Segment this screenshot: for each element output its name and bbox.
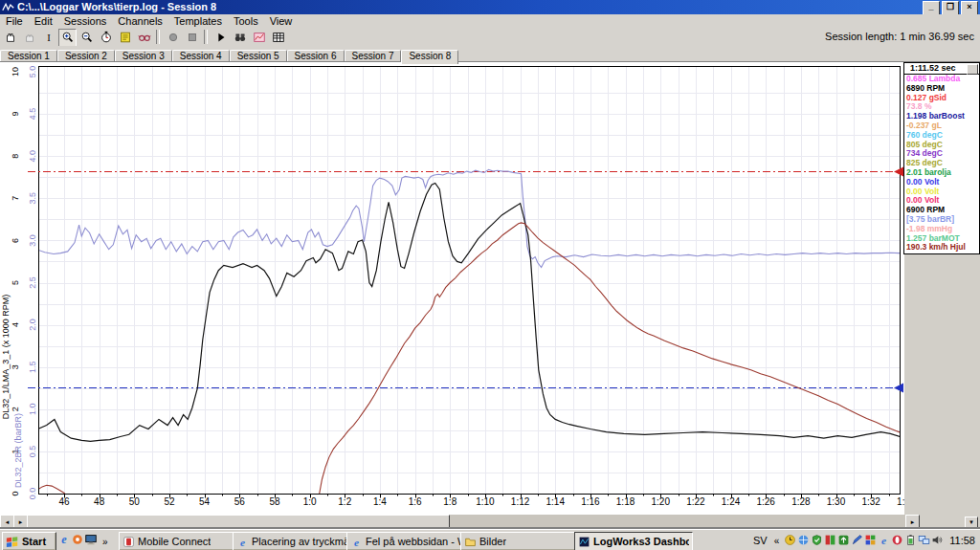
- svg-text:9: 9: [11, 112, 20, 117]
- svg-text:1:30: 1:30: [827, 496, 846, 507]
- windows-flag-icon: [6, 535, 19, 548]
- svg-text:4.0: 4.0: [28, 150, 37, 163]
- svg-text:1:34: 1:34: [897, 496, 904, 507]
- ibeam-cursor-tool: I: [42, 31, 56, 44]
- update-arrow-tray-icon: [837, 534, 850, 546]
- pan-hand-tool[interactable]: [1, 29, 19, 47]
- mobile-connect-icon: [122, 536, 135, 548]
- svg-text:2.5: 2.5: [28, 276, 37, 289]
- svg-text:1.5: 1.5: [28, 361, 37, 373]
- chart-view-button[interactable]: [250, 29, 268, 47]
- grab-hand-tool: [23, 31, 36, 44]
- toolbar-separator: [156, 30, 160, 44]
- ie-tray-icon[interactable]: e: [878, 534, 890, 546]
- svg-text:e: e: [61, 533, 67, 546]
- close-button[interactable]: ×: [961, 1, 978, 15]
- zoom-in-tool[interactable]: [58, 29, 77, 47]
- menu-edit[interactable]: Edit: [29, 14, 58, 28]
- pen-tray-icon[interactable]: [851, 534, 863, 546]
- ibeam-cursor-tool[interactable]: I: [39, 29, 57, 47]
- svg-text:I: I: [47, 33, 51, 43]
- network-tray-icon[interactable]: [918, 534, 930, 546]
- note-tool[interactable]: [116, 29, 134, 47]
- horizontal-scrollbar[interactable]: ◂ ▸ ▸: [0, 515, 919, 530]
- battery-tray-icon[interactable]: [904, 534, 917, 546]
- task-bilder[interactable]: Bilder: [460, 532, 579, 550]
- ie-page-icon: e: [350, 536, 363, 548]
- menu-channels[interactable]: Channels: [112, 14, 167, 28]
- media-player-quicklaunch-icon: [71, 533, 84, 546]
- zoom-out-tool[interactable]: [78, 29, 96, 47]
- menu-templates[interactable]: Templates: [168, 14, 228, 28]
- menu-bar: FileEditSessionsChannelsTemplatesToolsVi…: [0, 14, 980, 28]
- menu-file[interactable]: File: [0, 14, 29, 28]
- y-axis-secondary-title: DL32_2BR (barBR): [13, 413, 23, 488]
- svg-text:10: 10: [11, 67, 20, 77]
- svg-text:50: 50: [129, 496, 141, 507]
- volume-tray-icon[interactable]: [931, 534, 944, 546]
- task-fel-p-webbsidan-windo[interactable]: eFel på webbsidan - Windo...: [346, 532, 465, 550]
- ie-page-icon: e: [236, 536, 249, 548]
- ie-quicklaunch-icon[interactable]: e: [57, 533, 71, 549]
- menu-view[interactable]: View: [264, 14, 299, 28]
- task-placering-av-tryckm-tare[interactable]: ePlacering av tryckmätare?...: [233, 532, 351, 550]
- svg-text:4.5: 4.5: [28, 108, 37, 121]
- table-view-button[interactable]: [269, 29, 287, 47]
- ie-tray-icon: e: [878, 534, 890, 546]
- glasses-view-tool[interactable]: [135, 29, 153, 47]
- app-icon: [2, 1, 14, 13]
- svg-text:46: 46: [58, 496, 70, 507]
- tray-chevron[interactable]: «: [774, 536, 780, 546]
- volume-tray-icon: [931, 534, 944, 546]
- note-tool: [119, 31, 132, 44]
- taskbar: Start e » Mobile ConnectePlacering av tr…: [0, 529, 980, 550]
- globe-tray-icon[interactable]: [797, 534, 810, 546]
- taskbar-clock: 11:58: [949, 535, 975, 546]
- quick-launch-overflow[interactable]: »: [102, 537, 108, 547]
- folder-icon: [464, 536, 477, 548]
- svg-text:8: 8: [11, 154, 20, 159]
- panel-grip-button[interactable]: [967, 64, 978, 75]
- play-button: [214, 31, 228, 44]
- toolbar-separator: [204, 30, 208, 44]
- stop-button: [183, 29, 201, 47]
- svg-text:1:10: 1:10: [476, 496, 495, 507]
- task-mobile-connect[interactable]: Mobile Connect: [119, 532, 237, 550]
- language-indicator[interactable]: SV: [753, 535, 768, 546]
- tab-session-8[interactable]: Session 8: [401, 50, 458, 64]
- svg-text:5.0: 5.0: [28, 66, 37, 78]
- play-button[interactable]: [212, 29, 230, 47]
- task-logworks3-dashboard[interactable]: LogWorks3 Dashboard: [574, 532, 693, 550]
- messenger-tray-icon[interactable]: [864, 534, 877, 546]
- menu-sessions[interactable]: Sessions: [58, 14, 113, 28]
- update-arrow-tray-icon[interactable]: [837, 534, 850, 546]
- minimize-button[interactable]: _: [923, 1, 940, 15]
- start-button[interactable]: Start: [2, 532, 56, 550]
- clock-tray-icon: [784, 534, 796, 546]
- status-tray-icon: [824, 534, 836, 546]
- panel-scroll-down-button[interactable]: ▾: [965, 517, 978, 530]
- svg-text:e: e: [881, 534, 886, 545]
- svg-text:1:28: 1:28: [791, 496, 811, 507]
- shield-tray-icon[interactable]: [811, 534, 823, 546]
- svg-text:2.0: 2.0: [28, 319, 37, 331]
- status-tray-icon[interactable]: [824, 534, 836, 546]
- stopwatch-tool[interactable]: [97, 29, 115, 47]
- menu-tools[interactable]: Tools: [228, 14, 264, 28]
- svg-text:3: 3: [11, 364, 20, 369]
- find-button[interactable]: [231, 29, 249, 47]
- show-desktop-quicklaunch-icon[interactable]: [84, 533, 98, 549]
- chart-view-button: [253, 31, 266, 44]
- opera-tray-icon[interactable]: [891, 534, 903, 546]
- title-bar: C:\...\Loggar Works\tierp.log - Session …: [0, 0, 980, 14]
- clock-tray-icon[interactable]: [784, 534, 796, 546]
- svg-text:5: 5: [11, 280, 20, 285]
- media-player-quicklaunch-icon[interactable]: [71, 533, 84, 549]
- restore-button[interactable]: ❐: [942, 1, 959, 15]
- svg-text:1:4: 1:4: [373, 496, 387, 507]
- zoom-out-tool: [80, 31, 94, 44]
- svg-text:1:14: 1:14: [546, 496, 566, 507]
- svg-text:0.5: 0.5: [28, 446, 37, 458]
- session-chart[interactable]: 0123456789100.00.51.01.52.02.53.03.54.04…: [0, 62, 904, 515]
- show-desktop-quicklaunch-icon: [84, 533, 98, 546]
